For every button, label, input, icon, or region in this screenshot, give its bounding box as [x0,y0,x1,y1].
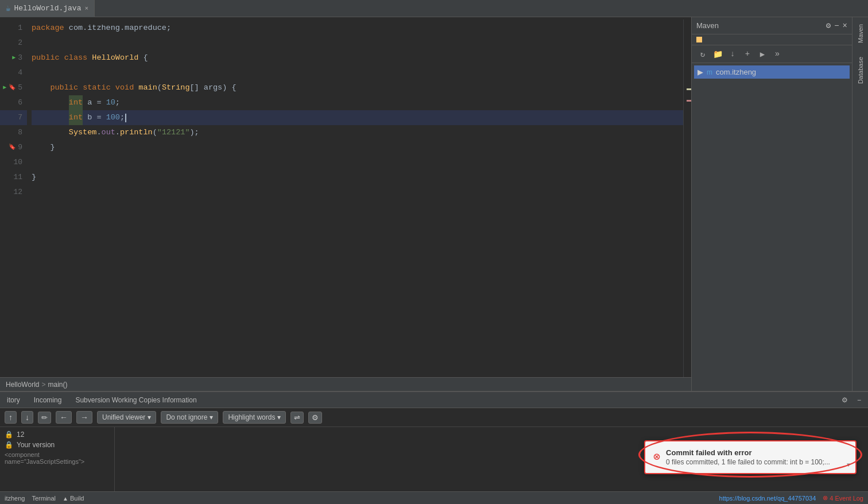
bookmark-icon-5[interactable]: 🔖 [9,80,16,95]
maven-download-btn[interactable]: ↓ [726,48,739,60]
line-num-6: 6 [0,95,27,110]
maven-settings-icon[interactable]: ⚙ [826,21,831,30]
maven-folder-btn[interactable]: 📁 [711,48,724,60]
editor-area: 1 2 ▶ 3 4 ▶ 🔖 5 6 7 8 🔖 9 [0,17,691,391]
status-error-count[interactable]: ⊗ 4 Event Log [823,494,863,502]
code-line-8: System.out.println("12121"); [32,125,683,140]
bottom-tab-svn[interactable]: Subversion Working Copies Information [73,396,199,404]
maven-more-actions-btn[interactable]: » [771,48,784,60]
svn-lock-num: 12 [17,431,24,439]
maven-expand-icon: ▶ [698,68,703,76]
line-num-4: 4 [0,65,27,80]
svn-content-area: 🔒 12 🔒 Your version <component name="Jav… [0,427,868,491]
side-tab-maven[interactable]: Maven [854,17,867,50]
maven-tree: ▶ m com.itzheng [692,63,852,391]
svn-settings-btn[interactable]: ⚙ [308,412,322,424]
java-file-icon: ☕ [6,3,10,13]
error-icon: ⊗ [653,449,660,466]
maven-refresh-btn[interactable]: ↻ [696,48,709,60]
code-line-6: int a = 10; [32,95,683,110]
code-line-12 [32,185,683,200]
tab-close-button[interactable]: × [84,5,88,12]
line-num-1: 1 [0,21,27,36]
svn-highlight-btn[interactable]: Highlight words ▾ [223,411,286,424]
error-details: 0 files committed, 1 file failed to comm… [666,458,847,466]
line-num-7: 7 [0,110,27,125]
svn-version-label: Your version [17,441,55,449]
code-lines[interactable]: package com.itzheng.mapreduce; public cl… [32,20,683,377]
breadcrumb-method[interactable]: main() [48,381,67,389]
yellow-indicator [696,37,702,42]
code-line-7: int b = 100; [32,110,683,125]
bottom-settings-icon[interactable]: ⚙ [839,396,850,404]
error-text-block: Commit failed with error 0 files committ… [666,448,847,466]
status-url[interactable]: https://blog.csdn.net/qq_44757034 [719,495,816,502]
run-icon-5[interactable]: ▶ [3,80,6,95]
error-scroll-down[interactable]: ▼ [846,462,851,468]
bookmark-icon-9[interactable]: 🔖 [9,140,16,155]
svn-toolbar: ↑ ↓ ✏ ← → Unified viewer ▾ Do not ignore… [0,408,868,427]
breadcrumb-sep: > [41,381,45,389]
svn-back-btn[interactable]: ← [56,411,72,424]
bottom-tabs: itory Incoming Subversion Working Copies… [0,392,868,408]
code-line-9: } [32,140,683,155]
line-num-3: ▶ 3 [0,51,27,65]
commit-error-popup: ⊗ Commit failed with error 0 files commi… [644,440,857,474]
tab-bar: ☕ HelloWorld.java × [0,0,868,17]
ignore-dropdown-icon: ▾ [210,413,213,421]
bottom-tab-itory[interactable]: itory [5,396,22,404]
code-line-4 [32,65,683,80]
maven-toolbar-icons: ↻ 📁 ↓ + ▶ » [692,45,852,63]
status-left: itzheng Terminal ▲ Build [5,495,84,502]
svn-edit-btn[interactable]: ✏ [38,412,51,424]
line-num-8: 8 [0,125,27,140]
maven-project-icon: m [707,68,712,76]
bottom-minimize-icon[interactable]: − [855,396,863,404]
run-icon-3[interactable]: ▶ [12,51,16,65]
maven-more-icon[interactable]: × [843,21,847,30]
bottom-tab-settings: ⚙ − [839,396,863,404]
code-line-1: package com.itzheng.mapreduce; [32,21,683,36]
breadcrumb-class[interactable]: HelloWorld [6,381,39,389]
line-num-11: 11 [0,170,27,185]
version-lock-icon: 🔒 [5,441,13,449]
error-scroll: ▼ [846,446,851,468]
code-line-5: public static void main(String[] args) { [32,80,683,95]
maven-add-btn[interactable]: + [741,48,754,60]
bottom-tab-incoming[interactable]: Incoming [32,396,64,404]
breadcrumb-bar: HelloWorld > main() [0,377,691,391]
maven-header-toolbar: ⚙ − × [826,21,847,30]
line-numbers: 1 2 ▶ 3 4 ▶ 🔖 5 6 7 8 🔖 9 [0,20,32,377]
maven-minimize-icon[interactable]: − [834,21,839,30]
code-line-11: } [32,170,683,185]
editor-scrollbar[interactable] [683,20,691,377]
svn-up-btn[interactable]: ↑ [5,411,17,424]
line-num-12: 12 [0,185,27,200]
svn-compare-btn[interactable]: ⇌ [290,412,304,424]
line-num-2: 2 [0,36,27,51]
status-itzheng: itzheng [5,495,25,502]
line-num-9: 🔖 9 [0,140,27,155]
svn-extra-item: <component name="JavaScriptSettings"> [5,450,110,466]
viewer-dropdown-icon: ▾ [148,413,151,421]
line-num-10: 10 [0,155,27,170]
side-tab-database[interactable]: Database [854,50,867,91]
lock-icon: 🔒 [5,431,13,439]
maven-title: Maven [696,21,719,30]
svn-forward-btn[interactable]: → [76,411,92,424]
svn-viewer-btn[interactable]: Unified viewer ▾ [97,411,156,424]
bottom-content: ↑ ↓ ✏ ← → Unified viewer ▾ Do not ignore… [0,408,868,491]
status-build[interactable]: ▲ Build [63,495,84,502]
code-line-3: public class HelloWorld { [32,51,683,65]
status-terminal[interactable]: Terminal [32,495,56,502]
svn-ignore-btn[interactable]: Do not ignore ▾ [161,411,218,424]
maven-play-btn[interactable]: ▶ [756,48,769,60]
code-line-2 [32,36,683,51]
file-tab[interactable]: ☕ HelloWorld.java × [0,0,95,17]
main-area: 1 2 ▶ 3 4 ▶ 🔖 5 6 7 8 🔖 9 [0,17,868,391]
svn-version-item: 🔒 Your version [5,440,110,450]
maven-tree-item[interactable]: ▶ m com.itzheng [694,65,850,79]
status-bar: itzheng Terminal ▲ Build https://blog.cs… [0,491,868,504]
svn-left-panel: 🔒 12 🔒 Your version <component name="Jav… [0,427,115,491]
svn-down-btn[interactable]: ↓ [21,411,33,424]
